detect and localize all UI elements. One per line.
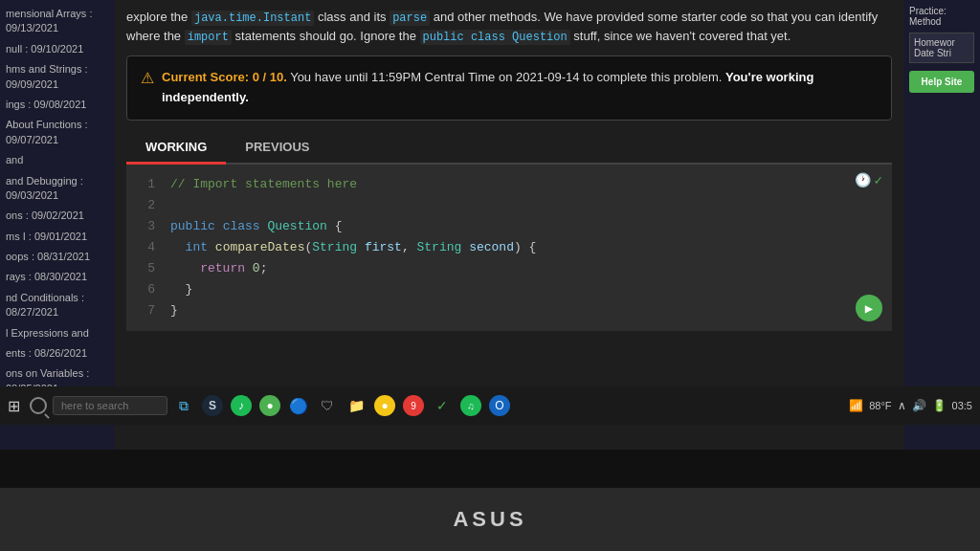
code-import: import — [185, 30, 232, 45]
center-content: explore the java.time.Instant class and … — [115, 0, 903, 450]
network-icon[interactable]: 🔵 — [288, 395, 309, 416]
code-line-6: 6 } — [126, 279, 892, 300]
help-site-button[interactable]: Help Site — [909, 71, 974, 93]
check-icon: ✓ — [875, 172, 882, 188]
opera-icon[interactable]: O — [489, 395, 510, 416]
notification-badge[interactable]: 9 — [403, 395, 424, 416]
code-editor[interactable]: 🕐 ✓ 1 // Import statements here 2 3 — [126, 165, 892, 332]
time-display: 03:5 — [952, 400, 972, 411]
sidebar-item-rays[interactable]: rays : 08/30/2021 — [0, 267, 115, 287]
code-line-5: 5 return 0; — [126, 258, 892, 279]
spotify-icon[interactable]: ♫ — [460, 395, 481, 416]
sidebar-item-debugging[interactable]: and Debugging : 09/03/2021 — [0, 171, 115, 207]
code-line-4: 4 int compareDates(String first, String … — [126, 237, 892, 258]
sidebar-item-oops[interactable]: oops : 08/31/2021 — [0, 247, 115, 267]
expand-icon[interactable]: ∧ — [898, 399, 906, 412]
score-banner: ⚠ Current Score: 0 / 10. You have until … — [126, 55, 892, 121]
tab-previous[interactable]: PREVIOUS — [226, 132, 328, 165]
sidebar-item-conditionals[interactable]: nd Conditionals : 08/27/2021 — [0, 288, 115, 323]
score-label-bold: Current Score: 0 / 10. — [162, 70, 287, 84]
right-sidebar: Practice: Method Homewor Date Stri Help … — [903, 0, 980, 450]
taskbar: ⊞ ⧉ S ♪ ● 🔵 🛡 📁 ● 9 ✓ ♫ O — [0, 386, 980, 425]
wifi-icon: 📶 — [849, 399, 863, 412]
editor-icons: 🕐 ✓ — [855, 172, 882, 188]
code-line-7: 7 } — [126, 300, 892, 321]
taskbar-icons-group: ⧉ S ♪ ● 🔵 🛡 📁 ● 9 ✓ ♫ O — [173, 395, 843, 416]
sidebar-item-ents[interactable]: ents : 08/26/2021 — [0, 343, 115, 364]
homework-box: Homewor Date Stri — [909, 33, 974, 63]
score-text: Current Score: 0 / 10. You have until 11… — [162, 68, 878, 108]
tabs-bar: WORKING PREVIOUS — [126, 132, 892, 165]
sidebar-item-ms1[interactable]: ms I : 09/01/2021 — [0, 227, 115, 247]
code-line-1: 1 // Import statements here — [126, 174, 892, 195]
sidebar-item-null[interactable]: null : 09/10/2021 — [0, 39, 115, 59]
yellow-app-icon[interactable]: ● — [374, 395, 395, 416]
sidebar-item-about-functions[interactable]: About Functions : 09/07/2021 — [0, 115, 115, 150]
sidebar-item-and[interactable]: and — [0, 150, 115, 170]
sidebar-item-strings[interactable]: hms and Strings : 09/09/2021 — [0, 59, 115, 95]
warning-icon: ⚠ — [141, 69, 154, 87]
sidebar-item-loops[interactable]: ings : 09/08/2021 — [0, 95, 115, 115]
taskbar-search-icon[interactable] — [30, 397, 47, 414]
tab-working[interactable]: WORKING — [126, 132, 226, 165]
shield-icon[interactable]: 🛡 — [317, 395, 338, 416]
description-text: explore the java.time.Instant class and … — [126, 8, 892, 46]
taskbar-right: 📶 88°F ∧ 🔊 🔋 03:5 — [849, 399, 972, 412]
code-line-3: 3 public class Question { — [126, 216, 892, 237]
volume-icon[interactable]: 🔊 — [912, 399, 926, 412]
filemanager-icon[interactable]: 📁 — [345, 395, 367, 416]
left-sidebar: mensional Arrays : 09/13/2021 null : 09/… — [0, 0, 115, 450]
practice-title: Practice: Method — [909, 6, 974, 27]
taskview-icon[interactable]: ⧉ — [173, 395, 194, 416]
battery-icon: 🔋 — [932, 399, 947, 412]
code-public-class: public class Question — [420, 30, 570, 45]
sidebar-item-conditions[interactable]: ons : 09/02/2021 — [0, 206, 115, 226]
steam-icon[interactable]: S — [202, 395, 223, 416]
code-line-2: 2 — [126, 195, 892, 216]
windows-icon[interactable]: ⊞ — [8, 397, 20, 415]
asus-logo: ASUS — [453, 507, 526, 532]
sidebar-item-expressions[interactable]: l Expressions and — [0, 323, 115, 343]
clock-icon: 🕐 — [855, 172, 871, 188]
taskbar-search-input[interactable] — [53, 396, 167, 415]
score-label-normal: You have until 11:59PM Central Time on 2… — [287, 70, 725, 84]
music-icon[interactable]: ♪ — [231, 395, 252, 416]
check-app-icon[interactable]: ✓ — [432, 395, 453, 416]
laptop-bezel: ASUS — [0, 488, 980, 551]
sidebar-item-arrays[interactable]: mensional Arrays : 09/13/2021 — [0, 4, 115, 39]
temperature-display: 88°F — [869, 400, 891, 411]
code-parse: parse — [390, 11, 430, 26]
homework-title: Homewor Date Stri — [914, 37, 969, 58]
code-comment: // Import statements here — [170, 174, 357, 195]
code-instant: java.time.Instant — [191, 11, 314, 26]
browser-icon[interactable]: ● — [259, 395, 280, 416]
